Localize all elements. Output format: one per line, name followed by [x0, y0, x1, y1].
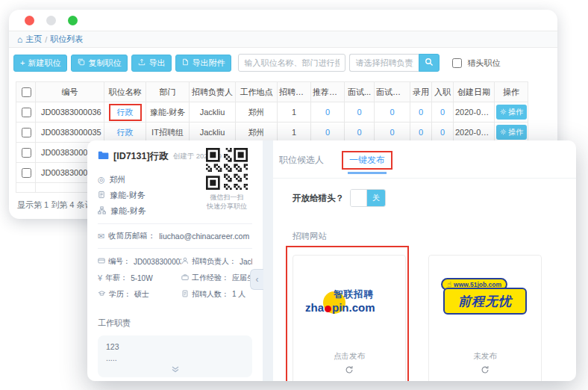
- job-search-input[interactable]: [238, 54, 345, 72]
- export-attachments-button[interactable]: 导出附件: [175, 55, 231, 72]
- job-owner: Jackliu: [190, 102, 236, 123]
- sites-section-title: 招聘网站: [293, 231, 561, 242]
- col-header-actions: 操作: [495, 82, 528, 102]
- col-header-interview-out: 面试淘汰: [375, 82, 410, 102]
- export-button[interactable]: 导出: [131, 55, 172, 72]
- select-all-checkbox[interactable]: [22, 87, 31, 97]
- person-icon: [181, 257, 189, 266]
- row-checkbox[interactable]: [22, 108, 31, 117]
- job-summary-pane: [ID7131]行政 创建于 2020/09 微信扫一扫 快速分享职位 ◎郑州 …: [87, 140, 263, 381]
- interview-out-count-link[interactable]: 0: [390, 128, 394, 137]
- breadcrumb: ⌂ 主页 / 职位列表: [9, 31, 557, 48]
- recommended-count-link[interactable]: 0: [325, 108, 330, 117]
- job-title-link[interactable]: 行政: [117, 128, 134, 137]
- col-header-hired: 录用: [410, 82, 432, 102]
- job-created-date: 2020-09-...: [454, 123, 495, 143]
- job-department-text: 豫能-财务: [110, 190, 146, 201]
- headhunter-toggle-label: 开放给猎头？: [293, 193, 344, 204]
- search-button[interactable]: [419, 54, 440, 72]
- site-card-51job[interactable]: ☝www.51job.com 前程无忧 未发布: [428, 255, 542, 381]
- panel-splitter: ‹: [263, 140, 273, 381]
- refresh-icon[interactable]: [481, 364, 490, 377]
- headhunter-filter: 猎头职位: [449, 56, 500, 70]
- col-header-interview: 面试...: [345, 82, 375, 102]
- toggle-state-label: 关: [367, 190, 385, 206]
- gear-icon: [500, 108, 507, 117]
- job-location: 郑州: [236, 123, 278, 143]
- publish-status-text[interactable]: 点击发布: [293, 351, 405, 362]
- headhunter-checkbox[interactable]: [452, 58, 462, 68]
- location-icon: ◎: [98, 176, 105, 184]
- briefcase-icon: [181, 273, 189, 282]
- tabs-divider: [273, 178, 576, 179]
- 51job-logo: ☝www.51job.com 前程无忧: [440, 278, 531, 317]
- job-dept: IT招聘组: [146, 123, 190, 143]
- window-titlebar: [9, 10, 557, 31]
- breadcrumb-current[interactable]: 职位列表: [50, 34, 83, 45]
- department-icon: [98, 191, 105, 200]
- graduation-cap-icon: [98, 290, 106, 299]
- qr-code: [206, 148, 248, 190]
- hired-count-link[interactable]: 0: [419, 128, 423, 137]
- col-header-location: 工作地点: [236, 82, 278, 102]
- col-header-title: 职位名称: [104, 82, 146, 102]
- job-title-link[interactable]: 行政: [117, 108, 134, 117]
- job-id: JD00383000036: [36, 102, 104, 123]
- mail-icon: ✉: [98, 232, 104, 241]
- job-created-date: 2020-09-...: [454, 102, 495, 123]
- onboarded-count-link[interactable]: 0: [440, 108, 445, 117]
- row-checkbox[interactable]: [22, 168, 31, 178]
- annotation-highlight-job-title: 行政: [109, 104, 142, 121]
- home-icon: ⌂: [17, 34, 22, 45]
- copy-icon: [78, 58, 85, 67]
- interview-out-count-link[interactable]: 0: [390, 108, 394, 117]
- zhaopin-red-dot: [325, 306, 331, 312]
- hired-count-link[interactable]: 0: [419, 108, 423, 117]
- publish-pane: 职位候选人 一键发布 开放给猎头？ 关 招聘网站 智联招聘 zhapin.com: [273, 140, 576, 381]
- minimize-window-button[interactable]: [46, 16, 56, 25]
- onboarded-count-link[interactable]: 0: [440, 128, 445, 137]
- hand-pointer-icon: ☝: [447, 281, 451, 288]
- recommended-count-link[interactable]: 0: [325, 128, 330, 137]
- interview-count-link[interactable]: 0: [357, 108, 361, 117]
- plus-icon: +: [20, 58, 25, 67]
- interview-count-link[interactable]: 0: [357, 128, 361, 137]
- export-icon: [138, 58, 146, 67]
- tab-one-click-publish[interactable]: 一键发布: [349, 155, 385, 165]
- breadcrumb-separator: /: [45, 35, 47, 44]
- tab-candidates[interactable]: 职位候选人: [279, 154, 324, 167]
- owner-select-input[interactable]: [349, 54, 419, 72]
- org-sitemap-icon: [98, 206, 106, 216]
- job-owner: Jackliu: [190, 123, 236, 143]
- refresh-icon[interactable]: [345, 364, 354, 377]
- collapse-panel-button[interactable]: ‹: [250, 269, 263, 290]
- duties-content-card: 123 .....: [98, 335, 252, 377]
- id-card-icon: [98, 257, 105, 266]
- headhunter-toggle[interactable]: 关: [350, 189, 386, 207]
- maximize-window-button[interactable]: [68, 16, 78, 25]
- row-checkbox[interactable]: [22, 128, 31, 137]
- table-row: JD00383000036 行政 豫能-财务 Jackliu 郑州 1 0 0 …: [16, 102, 528, 123]
- yen-icon: ¥: [98, 274, 102, 282]
- row-actions-button[interactable]: 操作: [496, 125, 527, 140]
- col-header-created: 创建日期: [454, 82, 495, 102]
- table-row: JD00383000035 行政 IT招聘组 Jackliu 郑州 1 0 0 …: [16, 123, 528, 143]
- close-window-button[interactable]: [25, 16, 34, 25]
- row-actions-button[interactable]: 操作: [496, 105, 527, 120]
- document-icon: [181, 290, 189, 299]
- copy-job-button[interactable]: 复制职位: [71, 55, 128, 72]
- col-header-onboarded: 入职: [432, 82, 454, 102]
- site-card-zhaopin[interactable]: 智联招聘 zhapin.com 点击发布: [293, 255, 406, 381]
- col-header-headcount: 招聘人...: [278, 82, 311, 102]
- row-checkbox[interactable]: [22, 148, 31, 158]
- expand-chevron-icon[interactable]: [171, 365, 180, 376]
- resume-email-label: 收简历邮箱：: [108, 231, 155, 241]
- annotation-highlight-publish-tab: 一键发布: [342, 151, 392, 170]
- table-header-row: 编号 职位名称 部门 招聘负责人 工作地点 招聘人... 推荐候... 面试..…: [16, 82, 528, 102]
- breadcrumb-home-link[interactable]: 主页: [25, 34, 42, 45]
- new-job-button[interactable]: +新建职位: [13, 55, 67, 72]
- job-fields-grid: 编号：JD00383000036 招聘负责人：Jackliu ¥年薪：5-10W…: [98, 256, 252, 300]
- duties-line: 123: [106, 341, 244, 353]
- publish-status-text: 未发布: [429, 351, 541, 362]
- col-header-owner: 招聘负责人: [190, 82, 236, 102]
